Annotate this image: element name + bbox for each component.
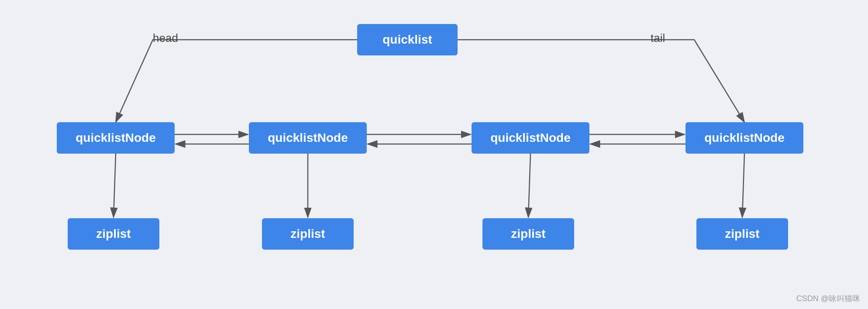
quicklist-box: quicklist	[357, 24, 458, 55]
quicklist-node-2: quicklistNode	[249, 122, 367, 154]
ziplist-1: ziplist	[68, 218, 159, 250]
svg-line-6	[114, 154, 116, 217]
diagram-container: quicklist head tail quicklistNode quickl…	[0, 0, 868, 309]
quicklist-node-1: quicklistNode	[57, 122, 175, 154]
svg-line-8	[528, 154, 530, 217]
ziplist-4: ziplist	[696, 218, 788, 250]
head-label: head	[153, 31, 178, 45]
tail-label: tail	[651, 31, 665, 45]
quicklist-node-4: quicklistNode	[685, 122, 803, 154]
quicklist-node-3: quicklistNode	[472, 122, 589, 154]
svg-line-9	[742, 154, 744, 217]
watermark: CSDN @咏叫猫咪	[796, 293, 860, 304]
ziplist-3: ziplist	[482, 218, 574, 250]
ziplist-2: ziplist	[262, 218, 354, 250]
